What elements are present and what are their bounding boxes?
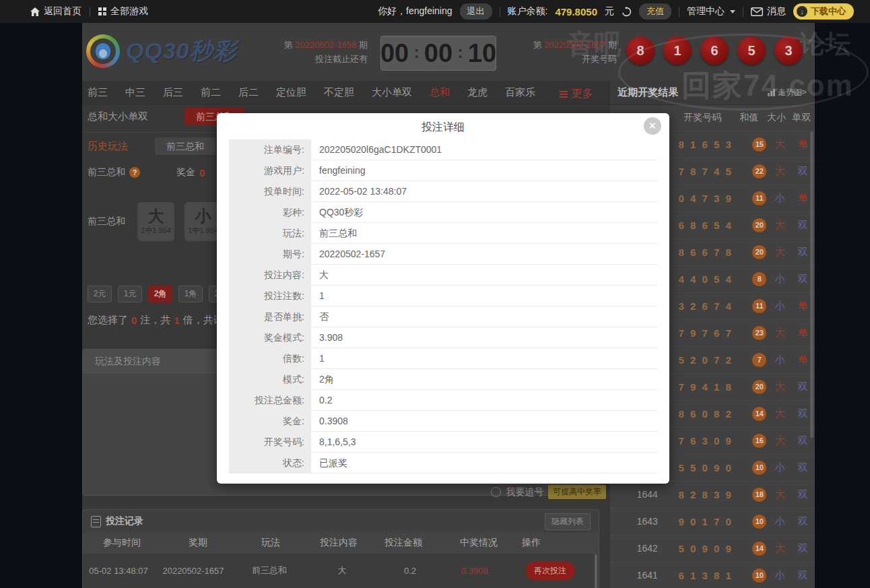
nav-tab[interactable]: 中三 xyxy=(125,86,145,99)
chase-checkbox[interactable] xyxy=(491,487,501,497)
nav-tab[interactable]: 大小单双 xyxy=(372,86,412,99)
modal-title: 投注详细 xyxy=(217,113,669,135)
all-games-label: 全部游戏 xyxy=(110,5,148,18)
last-draw-label: 开奖号码 xyxy=(529,52,617,66)
bet-option-button[interactable]: 小 1中1.954 xyxy=(185,202,222,241)
trend-chart-link[interactable]: 走势图> xyxy=(768,87,807,98)
close-icon[interactable]: × xyxy=(644,117,661,135)
draw-ball: 1 xyxy=(663,36,692,65)
detail-row: 注单编号: 202205020l6gaC1DKZT0001 xyxy=(229,139,658,160)
records-rows: 05-02 13:48:07 20220502-1657 前三总和 大 0.2 … xyxy=(83,553,599,587)
help-icon[interactable]: ? xyxy=(129,167,140,178)
records-title: 投注记录 xyxy=(106,515,143,527)
detail-row: 彩种: QQ30秒彩 xyxy=(229,202,658,223)
sum-badge: 8 xyxy=(752,272,766,286)
bet-option-button[interactable]: 大 1中1.954 xyxy=(137,202,174,241)
size-label: 小 xyxy=(767,273,793,286)
document-icon xyxy=(91,516,101,527)
all-games-link[interactable]: 全部游戏 xyxy=(98,5,148,18)
result-period: 1643 xyxy=(628,516,666,527)
sidebar-scrollbar[interactable] xyxy=(810,131,813,438)
current-issue-block: 第 20220502-1658 期 投注截止还有 xyxy=(250,38,368,66)
download-center-button[interactable]: ↓ 下载中心 xyxy=(793,3,854,20)
nav-tab[interactable]: 总和 xyxy=(430,86,450,99)
detail-row: 倍数: 1 xyxy=(229,348,658,369)
nav-tab[interactable]: 前三 xyxy=(88,86,108,99)
detail-value: 大 xyxy=(311,265,658,285)
nav-tab[interactable]: 百家乐 xyxy=(505,86,535,99)
chase-badge: 可提高中奖率 xyxy=(548,485,606,499)
admin-menu[interactable]: 管理中心 xyxy=(687,5,735,18)
nav-tab[interactable]: 不定胆 xyxy=(324,86,354,99)
home-icon xyxy=(30,7,40,16)
messages-link[interactable]: 消息 xyxy=(751,5,786,18)
logo[interactable]: QQ30秒彩 xyxy=(86,34,237,68)
sidebar-title: 近期开奖结果 xyxy=(617,86,678,99)
result-digits: 8 6 0 8 2 xyxy=(667,408,743,420)
nav-tab[interactable]: 后三 xyxy=(163,86,183,99)
detail-row: 是否单挑: 否 xyxy=(229,306,658,327)
recharge-button[interactable]: 充值 xyxy=(639,3,671,20)
records-column-header: 投注金额 xyxy=(371,537,436,549)
detail-label: 倍数: xyxy=(229,348,311,368)
detail-row: 投注总金额: 0.2 xyxy=(229,390,658,411)
detail-row: 投注注数: 1 xyxy=(229,286,658,306)
size-label: 小 xyxy=(767,300,793,313)
nav-tab[interactable]: 定位胆 xyxy=(276,86,306,99)
sum-badge: 15 xyxy=(752,137,766,152)
refresh-icon[interactable] xyxy=(622,7,632,17)
nav-tab[interactable]: 前二 xyxy=(201,86,221,99)
denomination-button[interactable]: 1角 xyxy=(178,286,203,302)
parity-label: 双 xyxy=(791,569,814,582)
result-digits: 8 2 8 3 9 xyxy=(667,489,743,500)
size-label: 小 xyxy=(767,515,793,528)
play-name-label: 前三总和 xyxy=(88,166,125,178)
more-menu[interactable]: 更多 xyxy=(560,87,593,101)
size-label: 小 xyxy=(767,569,793,582)
detail-value: 8,1,6,5,3 xyxy=(311,432,658,452)
result-digits: 7 6 3 0 9 xyxy=(667,435,743,447)
sum-badge: 20 xyxy=(752,245,766,259)
download-label: 下载中心 xyxy=(811,5,846,18)
detail-label: 注单编号: xyxy=(229,139,311,160)
logout-button[interactable]: 退出 xyxy=(460,3,492,20)
detail-value: 2角 xyxy=(311,369,658,389)
bet-option-label: 小 xyxy=(195,208,211,224)
download-icon: ↓ xyxy=(797,6,807,17)
detail-row: 模式: 2角 xyxy=(229,369,658,390)
size-label: 大 xyxy=(767,381,793,393)
detail-value: 202205020l6gaC1DKZT0001 xyxy=(311,139,658,160)
records-column-header: 操作 xyxy=(522,537,541,549)
records-column-header: 参与时间 xyxy=(83,537,161,549)
messages-label: 消息 xyxy=(767,5,786,18)
nav-tab[interactable]: 龙虎 xyxy=(467,86,488,99)
detail-value: 0.2 xyxy=(311,390,658,410)
denomination-button[interactable]: 1元 xyxy=(118,286,142,302)
result-row: 1642 5 0 9 0 9 14 大 双 xyxy=(609,535,815,562)
detail-value: 2022-05-02 13:48:07 xyxy=(311,181,658,201)
bet-detail-modal: 投注详细 × 注单编号: 202205020l6gaC1DKZT0001 游戏用… xyxy=(217,113,669,484)
hide-list-button[interactable]: 隐藏列表 xyxy=(545,513,591,530)
size-label: 大 xyxy=(767,407,793,420)
denomination-button[interactable]: 2角 xyxy=(148,286,172,302)
result-digits: 7 8 7 4 5 xyxy=(667,166,743,177)
col-parity: 单双 xyxy=(790,112,813,124)
home-link[interactable]: 返回首页 xyxy=(30,5,81,18)
sum-badge: 7 xyxy=(752,353,766,367)
result-period: 1642 xyxy=(628,543,666,554)
sum-badge: 22 xyxy=(752,164,766,178)
result-period: 1641 xyxy=(628,570,666,581)
detail-label: 状态: xyxy=(229,453,311,473)
history-play-link[interactable]: 历史玩法 xyxy=(88,140,128,153)
detail-label: 模式: xyxy=(229,369,311,389)
nav-tab[interactable]: 后二 xyxy=(238,86,259,99)
detail-value: 20220502-1657 xyxy=(311,244,658,264)
records-scrollbar[interactable] xyxy=(595,554,597,588)
group-tab-label[interactable]: 总和大小单双 xyxy=(88,110,148,123)
play-tab[interactable]: 前三总和 xyxy=(155,137,215,155)
denomination-button[interactable]: 2元 xyxy=(88,286,112,302)
greeting-text: 你好，fengfeining xyxy=(378,5,453,18)
rebet-button[interactable]: 再次投注 xyxy=(526,562,574,580)
result-digits: 5 5 0 9 0 xyxy=(667,462,743,473)
detail-row: 状态: 已派奖 xyxy=(229,453,658,473)
